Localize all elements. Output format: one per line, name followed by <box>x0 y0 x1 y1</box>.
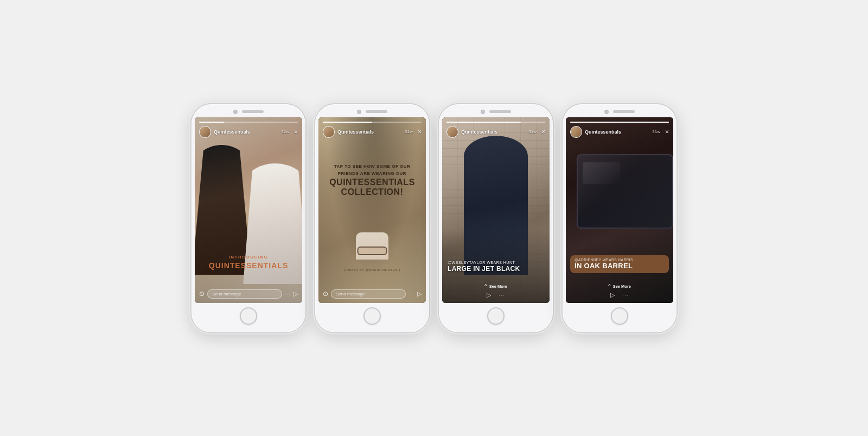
phone-3-username: Quintessentials <box>461 129 526 135</box>
phone-3-dots[interactable]: ··· <box>499 292 505 298</box>
phone-4-bottom <box>563 303 676 332</box>
phone-4-send-icon[interactable]: ▷ <box>610 292 615 299</box>
phone-3-progress-bar <box>446 122 545 123</box>
phone-3-story-header: Quintessentials 31w × <box>442 117 550 140</box>
phone-3-caption-small: @WESLEYTAYLOR WEARS HUNT <box>448 261 544 264</box>
phone-3-footer: ^ See More ▷ ··· <box>442 281 550 303</box>
phone-2-speaker <box>366 110 387 113</box>
phone-1-footer: ⊙ Send message ··· ▷ <box>195 286 302 303</box>
phone-3-avatar <box>446 126 458 138</box>
phone-1-screen: Quintessentials 32w × INTRODUCING QUINTE… <box>195 117 302 303</box>
phone-2-avatar <box>323 126 335 138</box>
phone-2-progress-bar <box>323 122 422 123</box>
phone-2-dots[interactable]: ··· <box>409 291 414 297</box>
phone-1: Quintessentials 32w × INTRODUCING QUINTE… <box>192 104 305 332</box>
phone-4-overlay <box>566 117 673 303</box>
phone-2-username: Quintessentials <box>337 129 402 135</box>
phone-4-story-meta: Quintessentials 31w × <box>570 126 669 138</box>
phone-2-story-header: Quintessentials 31w × <box>318 117 426 140</box>
phone-4-avatar <box>570 126 582 138</box>
phone-4-screen: Quintessentials 31w × @ADRIENNEY WEARS H… <box>566 117 673 303</box>
phone-2-tap-text: TAP TO SEE HOW SOME OF OUR FRIENDS ARE W… <box>318 163 426 197</box>
phone-1-brand-text: INTRODUCING QUINTESSENTIALS <box>195 255 302 270</box>
phone-3-screen: Quintessentials 31w × @WESLEYTAYLOR WEAR… <box>442 117 550 303</box>
phone-2-overlay <box>318 117 426 303</box>
phone-3-see-more-row: ^ See More <box>446 283 545 289</box>
phone-4-footer: ^ See More ▷ ··· <box>566 281 673 303</box>
phone-1-username: Quintessentials <box>214 129 278 135</box>
phone-3-bottom <box>439 303 553 332</box>
phone-1-send-icon[interactable]: ▷ <box>293 290 298 298</box>
phone-4-home-btn[interactable] <box>611 307 628 325</box>
phone-3-home-btn[interactable] <box>487 307 505 325</box>
phone-1-time: 32w <box>281 129 289 134</box>
phone-2-time: 31w <box>405 129 413 134</box>
phone-1-speaker <box>242 110 264 113</box>
phone-1-camera <box>233 110 238 114</box>
phone-1-story-header: Quintessentials 32w × <box>195 117 302 140</box>
phone-3-camera <box>481 110 485 114</box>
phone-1-story-meta: Quintessentials 32w × <box>199 126 298 138</box>
phone-4-story-header: Quintessentials 31w × <box>566 117 673 140</box>
phone-4-progress-bar <box>570 122 669 123</box>
phone-4: Quintessentials 31w × @ADRIENNEY WEARS H… <box>563 104 676 332</box>
phone-2-photo-credit: (PHOTO BY @NISHATNCUYEN.) <box>318 268 426 271</box>
phone-4-speaker <box>613 110 635 113</box>
phone-2-glasses <box>358 247 387 255</box>
phone-1-camera-icon[interactable]: ⊙ <box>199 290 205 298</box>
phone-2-message-input[interactable]: Send message <box>331 289 406 299</box>
phone-2-story-meta: Quintessentials 31w × <box>323 126 422 138</box>
phone-4-caption-large: IN OAK BARREL <box>575 262 665 270</box>
phone-1-top <box>192 104 305 117</box>
phone-4-see-more-label[interactable]: See More <box>613 284 631 289</box>
phone-2-camera <box>357 110 361 114</box>
phone-3-story-meta: Quintessentials 31w × <box>446 126 545 138</box>
phone-4-top <box>563 104 676 117</box>
phone-2-progress-fill <box>323 122 372 123</box>
phone-3-caption-large: LARGE IN JET BLACK <box>448 265 544 273</box>
phone-1-message-input[interactable]: Send message <box>207 289 282 299</box>
phone-4-camera <box>604 110 609 114</box>
phone-4-caption-bubble: @ADRIENNEY WEARS HARRIS IN OAK BARREL <box>570 255 669 273</box>
phone-4-progress-fill <box>570 122 669 123</box>
phone-2-home-btn[interactable] <box>363 307 381 325</box>
phone-1-intro-label: INTRODUCING <box>200 255 297 260</box>
phone-3-caption: @WESLEYTAYLOR WEARS HUNT LARGE IN JET BL… <box>442 261 550 273</box>
phone-4-close[interactable]: × <box>665 128 669 136</box>
phone-2-hand <box>356 232 388 260</box>
phone-1-bottom <box>192 303 305 332</box>
phone-2-tap-line1: TAP TO SEE HOW SOME OF OUR <box>325 163 419 169</box>
phone-2-bottom <box>315 303 429 332</box>
phone-3-close[interactable]: × <box>541 128 545 136</box>
phone-4-caption-small: @ADRIENNEY WEARS HARRIS <box>575 258 665 262</box>
phone-3-see-more-label[interactable]: See More <box>489 284 507 289</box>
phone-4-see-more-row: ^ See More <box>570 283 669 289</box>
phone-4-dots[interactable]: ··· <box>622 292 628 298</box>
phone-3: Quintessentials 31w × @WESLEYTAYLOR WEAR… <box>439 104 553 332</box>
phone-1-home-btn[interactable] <box>240 307 257 325</box>
phone-3-progress-fill <box>446 122 521 123</box>
phone-1-brand-name: QUINTESSENTIALS <box>209 261 288 270</box>
phone-4-username: Quintessentials <box>585 129 649 135</box>
phone-2-tap-line2: FRIENDS ARE WEARING OUR <box>325 170 419 176</box>
phone-3-top <box>439 104 553 117</box>
phone-2-tap-collection: COLLECTION! <box>325 187 419 197</box>
phone-1-avatar <box>199 126 211 138</box>
phone-3-time: 31w <box>528 129 537 134</box>
phone-4-chevron-up: ^ <box>608 283 611 289</box>
phone-4-time: 31w <box>652 129 660 134</box>
phone-2-screen: Quintessentials 31w × TAP TO SEE HOW SOM… <box>318 117 426 303</box>
phone-1-progress-bar <box>199 122 298 123</box>
phone-2: Quintessentials 31w × TAP TO SEE HOW SOM… <box>315 104 429 332</box>
phone-2-tap-brand: QUINTESSENTIALS <box>325 178 419 187</box>
phone-4-footer-icons: ▷ ··· <box>570 292 669 299</box>
phone-2-send-icon[interactable]: ▷ <box>417 290 422 298</box>
phone-1-progress-fill <box>199 122 224 123</box>
phone-1-dots[interactable]: ··· <box>285 291 291 297</box>
phone-3-send-icon[interactable]: ▷ <box>487 292 491 299</box>
phone-2-close[interactable]: × <box>418 128 422 136</box>
phone-2-camera-icon[interactable]: ⊙ <box>323 290 328 298</box>
phone-1-close[interactable]: × <box>294 128 298 136</box>
phone-3-chevron-up: ^ <box>484 283 487 289</box>
phone-3-footer-icons: ▷ ··· <box>446 292 545 299</box>
